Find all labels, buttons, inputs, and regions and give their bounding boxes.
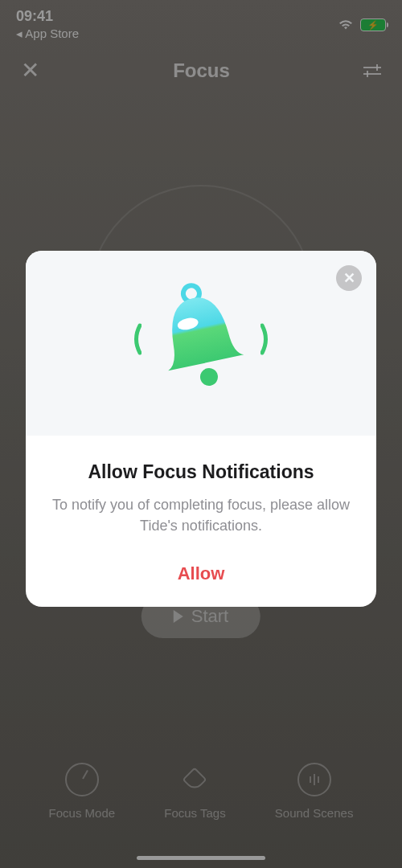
modal-close-button[interactable]: ✕	[336, 265, 362, 291]
svg-point-2	[199, 366, 219, 387]
modal-illustration-area: ✕	[26, 251, 376, 436]
bell-icon	[130, 283, 272, 395]
notification-modal: ✕	[26, 251, 376, 607]
allow-button[interactable]: Allow	[45, 563, 357, 584]
modal-description: To notify you of completing focus, pleas…	[45, 494, 357, 536]
modal-title: Allow Focus Notifications	[45, 461, 357, 483]
